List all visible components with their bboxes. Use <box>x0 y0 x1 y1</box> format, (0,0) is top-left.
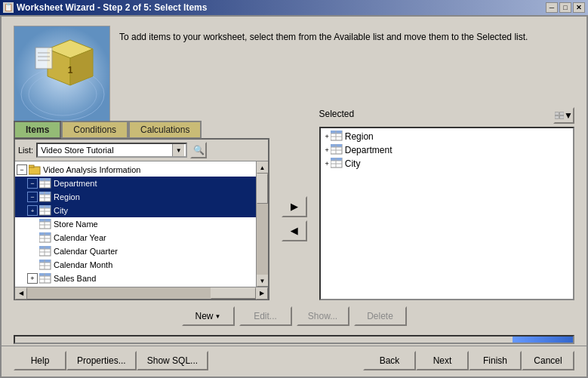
progress-bar-area <box>2 332 586 346</box>
add-button[interactable]: ▶ <box>282 196 307 217</box>
tab-conditions[interactable]: Conditions <box>61 121 128 139</box>
progress-bar <box>14 335 574 344</box>
maximize-button[interactable]: □ <box>559 2 571 13</box>
progress-fill <box>513 337 573 343</box>
tree-item-calquarter[interactable]: Calendar Quarter <box>15 244 256 258</box>
expand-region-icon[interactable]: + <box>325 133 329 140</box>
show-button-label: Show... <box>308 311 337 321</box>
calyear-item-text: Calendar Year <box>54 233 106 242</box>
finish-button[interactable]: Finish <box>469 351 522 370</box>
storename-table-icon <box>39 219 51 229</box>
city-table-icon <box>39 205 51 216</box>
list-value: Video Store Tutorial <box>39 146 172 155</box>
tree-item-department[interactable]: − Department <box>15 177 256 190</box>
content-area: Available Items Conditions Calculations … <box>2 107 586 300</box>
selected-panel: Selected ▼ + <box>319 107 575 300</box>
tree-scroll-area: − Video Analysis Information − <box>15 161 268 287</box>
edit-button[interactable]: Edit... <box>239 306 292 326</box>
dept-item-text: Department <box>54 179 97 188</box>
scroll-track[interactable] <box>257 174 268 275</box>
selected-region-text: Region <box>345 131 374 142</box>
salesband-item-text: Sales Band <box>54 274 96 283</box>
cancel-button[interactable]: Cancel <box>522 351 574 370</box>
scroll-down-button[interactable]: ▼ <box>257 275 268 287</box>
city-expand-icon[interactable]: + <box>27 205 38 216</box>
tree-item-region[interactable]: − Region <box>15 190 256 204</box>
expand-department-icon[interactable]: + <box>325 146 329 154</box>
selected-item-city[interactable]: + City <box>322 157 572 171</box>
window-controls: ─ □ ✕ <box>546 2 585 13</box>
tree-item-salesband[interactable]: + Sales Band <box>15 272 256 285</box>
list-dropdown[interactable]: Video Store Tutorial ▼ <box>36 143 187 158</box>
help-label: Help <box>31 355 50 366</box>
svg-rect-12 <box>29 165 34 167</box>
selected-city-text: City <box>345 158 361 169</box>
tree-container[interactable]: − Video Analysis Information − <box>15 161 256 287</box>
calquarter-table-icon <box>39 246 51 257</box>
tree-horizontal-scrollbar[interactable]: ◀ ▶ <box>15 287 268 299</box>
selected-list[interactable]: + Region + <box>319 127 575 300</box>
city-item-text: City <box>54 206 68 215</box>
calmonth-item-text: Calendar Month <box>54 260 112 269</box>
new-button-label: New <box>195 311 214 321</box>
minimize-button[interactable]: ─ <box>546 2 558 13</box>
properties-button[interactable]: Properties... <box>66 351 137 370</box>
expand-city-icon[interactable]: + <box>325 160 329 167</box>
root-folder-icon <box>29 164 41 175</box>
calyear-table-icon <box>39 232 51 243</box>
list-area: List: Video Store Tutorial ▼ 🔍 − <box>14 138 269 300</box>
show-sql-button[interactable]: Show SQL... <box>137 351 208 370</box>
tree-item-city[interactable]: + City <box>15 204 256 217</box>
back-button[interactable]: Back <box>363 351 416 370</box>
properties-label: Properties... <box>77 355 126 366</box>
add-icon: ▶ <box>291 201 297 212</box>
storename-item-text: Store Name <box>54 220 98 229</box>
svg-text:1: 1 <box>68 65 73 75</box>
tree-item-calyear[interactable]: Calendar Year <box>15 231 256 244</box>
h-scroll-left-button[interactable]: ◀ <box>15 287 27 300</box>
selected-item-region[interactable]: + Region <box>322 130 572 143</box>
h-scroll-right-button[interactable]: ▶ <box>256 287 268 300</box>
h-scroll-thumb[interactable] <box>211 287 256 299</box>
available-panel: Available Items Conditions Calculations … <box>14 107 269 300</box>
browse-icon: 🔍 <box>193 145 205 155</box>
salesband-table-icon <box>39 273 51 284</box>
selected-item-department[interactable]: + Department <box>322 143 572 157</box>
tab-items[interactable]: Items <box>14 121 61 139</box>
edit-button-label: Edit... <box>254 311 277 321</box>
title-bar: 📋 Worksheet Wizard - Step 2 of 5: Select… <box>0 0 588 15</box>
dropdown-arrow-icon[interactable]: ▼ <box>172 144 184 156</box>
delete-button[interactable]: Delete <box>354 306 407 326</box>
salesband-expand-icon[interactable]: + <box>27 273 38 284</box>
root-expand-icon[interactable]: − <box>17 164 27 175</box>
h-scroll-track[interactable] <box>27 287 256 299</box>
scroll-up-button[interactable]: ▲ <box>257 161 268 174</box>
title-text: Worksheet Wizard - Step 2 of 5: Select I… <box>17 2 207 13</box>
dept-expand-icon[interactable]: − <box>27 178 38 189</box>
show-sql-label: Show SQL... <box>147 355 198 366</box>
new-button[interactable]: New ▼ <box>182 306 235 326</box>
transfer-buttons-area: ▶ ◀ <box>276 137 313 300</box>
view-button[interactable]: ▼ <box>553 107 574 124</box>
calmonth-table-icon <box>39 260 51 270</box>
svg-rect-7 <box>35 48 52 69</box>
svg-rect-53 <box>555 112 559 115</box>
show-button[interactable]: Show... <box>297 306 349 326</box>
tree-item-storename[interactable]: Store Name <box>15 217 256 231</box>
remove-button[interactable]: ◀ <box>282 220 307 241</box>
list-label: List: <box>18 146 33 155</box>
tree-vertical-scrollbar[interactable]: ▲ ▼ <box>256 161 268 287</box>
action-buttons-bar: New ▼ Edit... Show... Delete <box>2 300 586 332</box>
region-expand-icon[interactable]: − <box>27 192 38 202</box>
tree-root-item[interactable]: − Video Analysis Information <box>15 163 256 177</box>
tab-calculations[interactable]: Calculations <box>128 121 202 139</box>
scroll-thumb[interactable] <box>257 174 268 204</box>
next-button[interactable]: Next <box>416 351 469 370</box>
available-tabs: Items Conditions Calculations <box>14 121 269 139</box>
tree-item-calmonth[interactable]: Calendar Month <box>15 258 256 272</box>
close-button[interactable]: ✕ <box>573 2 585 13</box>
list-browse-button[interactable]: 🔍 <box>190 142 207 158</box>
help-button[interactable]: Help <box>14 351 66 370</box>
selected-header: Selected ▼ <box>319 107 575 124</box>
region-table-icon <box>39 192 51 202</box>
